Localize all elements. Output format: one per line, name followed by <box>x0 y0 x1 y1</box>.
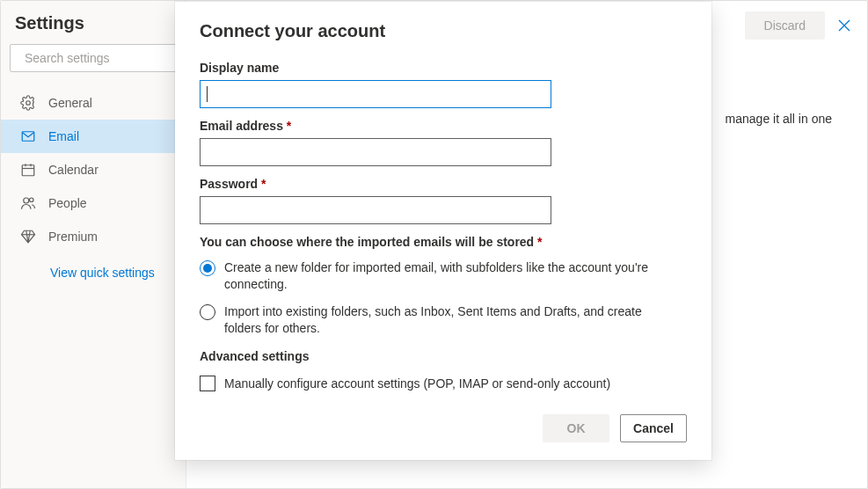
top-actions: Discard <box>745 11 851 40</box>
svg-rect-4 <box>22 165 34 176</box>
radio-new-label: Create a new folder for imported email, … <box>224 259 673 293</box>
checkbox-icon <box>200 376 215 391</box>
radio-icon <box>200 260 215 276</box>
diamond-icon <box>20 229 36 244</box>
sidebar-item-general[interactable]: General <box>1 86 186 120</box>
settings-title: Settings <box>1 1 186 44</box>
radio-icon <box>200 304 215 320</box>
svg-point-8 <box>24 198 29 203</box>
discard-button[interactable]: Discard <box>745 11 825 40</box>
sidebar-item-calendar[interactable]: Calendar <box>1 153 186 186</box>
password-label: Password * <box>200 177 687 191</box>
ok-button[interactable]: OK <box>543 414 609 442</box>
search-wrap <box>1 44 186 81</box>
password-field: Password * <box>200 177 687 224</box>
people-icon <box>20 195 36 211</box>
password-input[interactable] <box>200 196 551 224</box>
nav-label-premium: Premium <box>48 230 98 244</box>
email-field: Email address * <box>200 119 687 166</box>
storage-section-label: You can choose where the imported emails… <box>200 235 687 249</box>
sidebar-item-people[interactable]: People <box>1 186 186 220</box>
display-name-label: Display name <box>200 61 687 75</box>
svg-point-9 <box>30 198 34 202</box>
radio-import-existing[interactable]: Import into existing folders, such as In… <box>200 303 687 337</box>
search-box[interactable] <box>10 44 177 72</box>
settings-nav: General Email Calendar People Premium Vi… <box>1 86 186 280</box>
close-icon[interactable] <box>837 18 851 33</box>
manual-config-label: Manually configure account settings (POP… <box>224 376 610 390</box>
mail-icon <box>20 128 36 144</box>
nav-label-people: People <box>48 196 87 210</box>
email-label: Email address * <box>200 119 687 133</box>
manual-config-checkbox-row[interactable]: Manually configure account settings (POP… <box>200 376 687 391</box>
view-quick-settings-link[interactable]: View quick settings <box>1 253 186 280</box>
display-name-field: Display name <box>200 61 687 108</box>
cancel-button[interactable]: Cancel <box>620 414 687 442</box>
background-text-fragment: manage it all in one <box>726 112 832 126</box>
sidebar-item-email[interactable]: Email <box>1 120 186 153</box>
text-caret <box>207 86 208 102</box>
radio-create-new-folder[interactable]: Create a new folder for imported email, … <box>200 259 687 293</box>
nav-label-calendar: Calendar <box>48 163 98 177</box>
email-input[interactable] <box>200 138 551 166</box>
gear-icon <box>20 95 36 111</box>
sidebar-item-premium[interactable]: Premium <box>1 220 186 253</box>
required-asterisk: * <box>283 119 291 133</box>
sidebar: Settings General Email Calendar Peop <box>1 1 186 488</box>
search-settings-input[interactable] <box>25 51 179 65</box>
nav-label-email: Email <box>48 129 79 143</box>
nav-label-general: General <box>48 96 92 110</box>
required-asterisk: * <box>258 177 266 191</box>
advanced-settings-label: Advanced settings <box>200 349 687 363</box>
radio-existing-label: Import into existing folders, such as In… <box>224 303 673 337</box>
calendar-icon <box>20 162 36 178</box>
dialog-footer: OK Cancel <box>200 414 687 442</box>
svg-point-2 <box>26 101 31 106</box>
dialog-title: Connect your account <box>200 21 687 41</box>
required-asterisk: * <box>534 235 542 249</box>
display-name-input[interactable] <box>200 80 551 108</box>
connect-account-dialog: Connect your account Display name Email … <box>175 2 711 460</box>
